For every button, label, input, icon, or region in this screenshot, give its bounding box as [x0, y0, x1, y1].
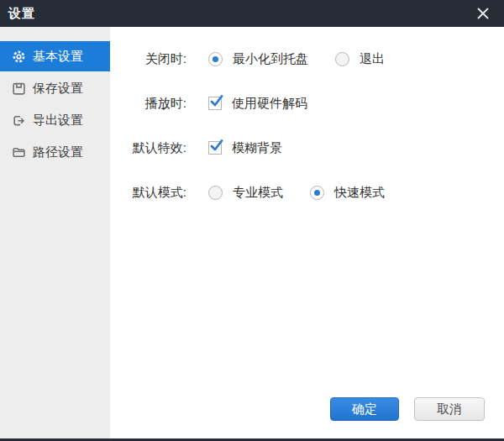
checkbox-blur-background[interactable]: [208, 141, 222, 155]
sidebar-item-save-settings[interactable]: 保存设置: [0, 73, 110, 103]
playback-row: 播放时: 使用硬件解码: [110, 89, 504, 118]
row-label: 播放时:: [110, 96, 186, 112]
checkbox-hardware-decode[interactable]: [208, 97, 222, 110]
radio-quick-mode[interactable]: [310, 186, 324, 200]
default-effects-row: 默认特效: 模糊背景: [110, 134, 504, 162]
sidebar-item-label: 保存设置: [33, 81, 83, 97]
close-button[interactable]: [467, 0, 499, 27]
sidebar-item-label: 路径设置: [33, 144, 83, 160]
save-icon: [12, 81, 26, 96]
export-icon: [12, 113, 26, 128]
settings-dialog: 设置 基本设置: [0, 0, 504, 441]
option-quick-mode[interactable]: 快速模式: [310, 185, 385, 201]
ok-button[interactable]: 确定: [330, 397, 399, 421]
radio-pro-mode[interactable]: [208, 186, 223, 200]
sidebar-item-path-settings[interactable]: 路径设置: [0, 137, 110, 167]
sidebar-item-label: 基本设置: [33, 49, 83, 65]
option-pro-mode[interactable]: 专业模式: [208, 185, 283, 201]
radio-minimize-to-tray[interactable]: [208, 52, 223, 66]
gear-icon: [12, 50, 26, 64]
default-mode-row: 默认模式: 专业模式 快速模式: [110, 178, 504, 207]
option-exit[interactable]: 退出: [335, 51, 385, 67]
sidebar-item-basic-settings[interactable]: 基本设置: [0, 41, 110, 71]
radio-exit[interactable]: [335, 52, 349, 66]
cancel-button[interactable]: 取消: [414, 397, 485, 421]
folder-icon: [12, 145, 26, 160]
option-blur-background[interactable]: 模糊背景: [208, 140, 282, 156]
sidebar-item-label: 导出设置: [33, 113, 83, 129]
sidebar-item-export-settings[interactable]: 导出设置: [0, 105, 110, 135]
close-icon: [476, 7, 490, 20]
settings-sidebar: 基本设置 保存设置 导出设置: [0, 27, 110, 438]
row-label: 关闭时:: [110, 51, 186, 67]
dialog-title: 设置: [8, 6, 35, 22]
row-label: 默认特效:: [110, 140, 186, 156]
row-label: 默认模式:: [110, 185, 186, 201]
close-behavior-row: 关闭时: 最小化到托盘 退出: [110, 45, 504, 73]
title-bar: 设置: [0, 0, 504, 27]
option-hardware-decode[interactable]: 使用硬件解码: [208, 96, 307, 112]
settings-panel-basic: 关闭时: 最小化到托盘 退出 播放时: 使用硬件解码: [110, 27, 504, 438]
option-minimize-to-tray[interactable]: 最小化到托盘: [208, 51, 308, 67]
